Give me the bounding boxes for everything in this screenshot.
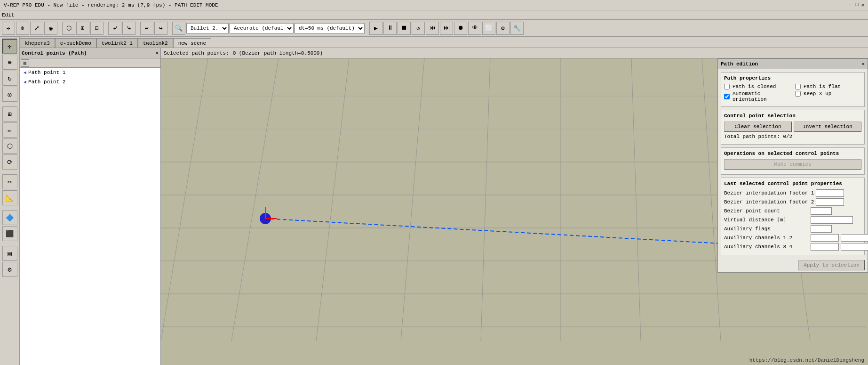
aux-ch3-input[interactable] bbox=[811, 243, 839, 251]
tb-undo[interactable]: ↩ bbox=[140, 22, 153, 35]
invert-selection-btn[interactable]: Invert selection bbox=[794, 122, 861, 132]
path-closed-label: Path is closed bbox=[733, 84, 776, 89]
tb-dt-dropdown[interactable]: dt=50 ms (default) bbox=[295, 23, 365, 33]
scene-area: Control points (Path) ✕ ▤ ◀ Path point 1… bbox=[20, 48, 868, 365]
left-panel-title: Control points (Path) bbox=[22, 50, 87, 56]
sidebar-tool1[interactable]: ⊞ bbox=[2, 106, 17, 122]
svg-line-12 bbox=[481, 58, 490, 341]
tb-settings1[interactable]: ⚙ bbox=[496, 22, 510, 35]
menubar: Edit bbox=[0, 10, 868, 20]
sidebar-tool4[interactable]: ⟳ bbox=[2, 154, 17, 170]
path-closed-checkbox[interactable] bbox=[724, 84, 730, 89]
sidebar-cam1[interactable]: ◎ bbox=[2, 87, 17, 102]
virtual-dist-input[interactable] bbox=[811, 216, 853, 224]
bezier-factor2-input[interactable] bbox=[816, 198, 844, 206]
svg-line-14 bbox=[631, 58, 641, 341]
path-edition-panel: Path edition ✕ Path properties Path is c bbox=[717, 58, 868, 273]
minimize-btn[interactable]: — bbox=[849, 2, 852, 8]
bezier-factor1-input[interactable] bbox=[816, 189, 844, 197]
path-closed-row: Path is closed bbox=[724, 84, 790, 89]
left-panel-close[interactable]: ✕ bbox=[155, 50, 159, 56]
tab-khepera3[interactable]: khepera3 bbox=[20, 38, 55, 48]
keep-x-label: Keep X up bbox=[804, 91, 831, 97]
tb-eye[interactable]: 👁 bbox=[468, 22, 481, 35]
tb-object2[interactable]: ⊞ bbox=[76, 22, 89, 35]
apply-to-selection-btn[interactable]: Apply to selection bbox=[798, 260, 865, 270]
aux-ch2-input[interactable] bbox=[841, 234, 868, 242]
viewport[interactable]: https://blog.csdn.net/DanielDingsheng Pa… bbox=[161, 58, 868, 365]
tb-stop[interactable]: ⏹ bbox=[398, 22, 411, 35]
tb-pause[interactable]: ⏸ bbox=[383, 22, 397, 35]
operations-title: Operations on selected control points bbox=[724, 151, 861, 156]
tb-object3[interactable]: ⊟ bbox=[90, 22, 104, 35]
tb-record[interactable]: ⏺ bbox=[454, 22, 467, 35]
sidebar-select[interactable]: ✛ bbox=[2, 39, 17, 54]
auto-orient-label: Automatic orientation bbox=[733, 91, 790, 102]
selected-label: Selected path points: bbox=[164, 50, 229, 56]
close-btn[interactable]: ✕ bbox=[861, 2, 864, 8]
tb-play[interactable]: ▶ bbox=[369, 22, 382, 35]
aux-ch1-input[interactable] bbox=[811, 234, 839, 242]
left-panel-header: Control points (Path) ✕ bbox=[20, 48, 160, 58]
operations-section: Operations on selected control points Ma… bbox=[721, 147, 865, 175]
tb-rotate[interactable]: ⊕ bbox=[16, 22, 29, 35]
tb-stepback[interactable]: ⏮ bbox=[426, 22, 439, 35]
aux-flags-input[interactable] bbox=[811, 225, 832, 233]
path-panel-close[interactable]: ✕ bbox=[861, 61, 865, 67]
sidebar-tool5[interactable]: ✂ bbox=[2, 174, 17, 189]
main-area: ✛ ⊕ ↻ ◎ ⊞ ✏ ⬡ ⟳ ✂ 📐 🔷 ⬛ ▤ ⚙ khepera3 e-p… bbox=[0, 37, 868, 365]
tab-newscene[interactable]: new scene bbox=[173, 38, 211, 48]
last-selected-title: Last selected control point properties bbox=[724, 181, 861, 187]
tb-camera[interactable]: ◉ bbox=[44, 22, 57, 35]
sidebar-tool7[interactable]: 🔷 bbox=[2, 210, 17, 225]
tb-redo[interactable]: ↪ bbox=[154, 22, 167, 35]
tb-scale[interactable]: ⤢ bbox=[30, 22, 43, 35]
titlebar: V-REP PRO EDU - New file - rendering: 2 … bbox=[0, 0, 868, 10]
tb-accurate-dropdown[interactable]: Accurate (defaul bbox=[230, 23, 294, 33]
make-dummies-btn[interactable]: Make dummies bbox=[724, 159, 861, 170]
keep-x-checkbox[interactable] bbox=[795, 91, 801, 97]
aux-channels-34-row: Auxiliary channels 3-4 bbox=[724, 243, 861, 251]
clear-selection-btn[interactable]: Clear selection bbox=[724, 122, 792, 132]
sidebar-rotate[interactable]: ↻ bbox=[2, 71, 17, 86]
auto-orient-checkbox[interactable] bbox=[724, 94, 730, 99]
panel-tb-btn1[interactable]: ▤ bbox=[21, 59, 29, 67]
sidebar-tool8[interactable]: ⬛ bbox=[2, 226, 17, 241]
menu-edit[interactable]: Edit bbox=[2, 12, 14, 18]
tb-object1[interactable]: ⬡ bbox=[62, 22, 75, 35]
sidebar-settings[interactable]: ⚙ bbox=[2, 262, 17, 277]
cp-point2[interactable]: ◀ Path point 2 bbox=[20, 77, 160, 87]
tb-rewind[interactable]: ↺ bbox=[412, 22, 425, 35]
cp-arrow2: ◀ bbox=[24, 79, 26, 85]
sidebar-move[interactable]: ⊕ bbox=[2, 55, 17, 70]
bezier-count-input[interactable] bbox=[811, 207, 832, 215]
tb-arrow2[interactable]: ⤷ bbox=[122, 22, 135, 35]
tab-epuck[interactable]: e-puckDemo bbox=[55, 38, 96, 48]
virtual-dist-row: Virtual distance [m] bbox=[724, 216, 861, 224]
tb-move[interactable]: ✛ bbox=[2, 22, 15, 35]
cp-buttons-row: Clear selection Invert selection bbox=[724, 122, 861, 132]
tb-display[interactable]: ⬜ bbox=[482, 22, 495, 35]
keep-x-row: Keep X up bbox=[795, 91, 861, 97]
cp-point1[interactable]: ◀ Path point 1 bbox=[20, 68, 160, 77]
left-sidebar: ✛ ⊕ ↻ ◎ ⊞ ✏ ⬡ ⟳ ✂ 📐 🔷 ⬛ ▤ ⚙ bbox=[0, 37, 20, 365]
tb-arrow1[interactable]: ⤶ bbox=[108, 22, 121, 35]
tb-bullet-dropdown[interactable]: Bullet 2. bbox=[186, 23, 229, 33]
tb-settings2[interactable]: 🔧 bbox=[510, 22, 524, 35]
sidebar-tool3[interactable]: ⬡ bbox=[2, 138, 17, 154]
toolbar: ✛ ⊕ ⤢ ◉ ⬡ ⊞ ⊟ ⤶ ⤷ ↩ ↪ 🔍 Bullet 2. Accura… bbox=[0, 20, 868, 37]
tab-twolink2[interactable]: twolink2 bbox=[138, 38, 173, 48]
sidebar-tool6[interactable]: 📐 bbox=[2, 190, 17, 205]
tab-twolink1[interactable]: twolink2_1 bbox=[96, 38, 138, 48]
maximize-btn[interactable]: □ bbox=[855, 2, 859, 8]
tb-stepfwd[interactable]: ⏭ bbox=[440, 22, 453, 35]
left-panel: Control points (Path) ✕ ▤ ◀ Path point 1… bbox=[20, 48, 161, 365]
aux-ch4-input[interactable] bbox=[841, 243, 868, 251]
tb-search[interactable]: 🔍 bbox=[172, 22, 185, 35]
sidebar-layers[interactable]: ▤ bbox=[2, 246, 17, 261]
total-path-points: Total path points: 0/2 bbox=[724, 134, 861, 139]
cp-label1: Path point 1 bbox=[28, 70, 65, 75]
sidebar-tool2[interactable]: ✏ bbox=[2, 122, 17, 138]
path-flat-checkbox[interactable] bbox=[795, 84, 801, 89]
aux-channels-12-row: Auxiliary channels 1-2 bbox=[724, 234, 861, 242]
